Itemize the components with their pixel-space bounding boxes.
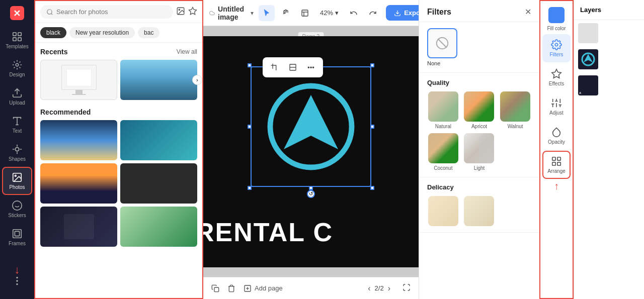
duplicate-page-button[interactable] [211,284,219,292]
filter-light[interactable]: Light [463,133,496,171]
svg-rect-16 [13,230,22,238]
tag-black[interactable]: black [40,27,66,38]
quality-title: Quality [427,79,531,86]
undo-button[interactable] [346,5,362,21]
rp-effects[interactable]: Effects [542,63,571,91]
recommended-photo-4[interactable] [120,163,197,204]
handle-br[interactable] [370,186,374,190]
sidebar-more-button[interactable] [2,267,32,295]
svg-rect-26 [302,10,308,16]
sidebar-item-design[interactable]: Design [2,54,32,82]
recent-photo-1[interactable] [40,60,117,100]
select-tool-button[interactable] [259,5,275,21]
layer-item-3[interactable]: A [574,72,644,98]
page-navigation: ‹ 2/2 › [368,284,390,293]
title-caret[interactable]: ▾ [251,10,254,17]
handle-tr[interactable] [370,63,374,67]
svg-rect-37 [214,287,219,292]
rp-adjust[interactable]: Adjust [542,92,571,121]
sidebar-item-frames[interactable]: Frames [2,223,32,251]
sidebar-bottom [2,263,32,295]
natural-label: Natural [435,124,451,129]
walnut-label: Walnut [508,124,523,129]
rotate-handle[interactable]: ↺ [307,190,315,198]
recommended-photo-2[interactable] [120,120,197,160]
recent-photo-2[interactable] [120,60,197,100]
view-all-link[interactable]: View all [177,48,197,55]
prev-page-button[interactable]: ‹ [368,284,370,293]
layer-thumb-2 [578,49,598,69]
sidebar-item-photos[interactable]: Photos [2,167,32,195]
recommended-photo-1[interactable] [40,120,117,160]
filter-none-section: None [419,22,539,73]
recommended-photo-3[interactable] [40,163,117,204]
recents-next-button[interactable]: › [192,75,202,85]
rp-opacity[interactable]: Opacity [542,122,571,150]
sidebar-item-upload[interactable]: Upload [2,82,32,111]
apricot-label: Apricot [471,124,487,129]
right-panel: Fill color Filters Effects Adjust Opacit… [539,0,574,299]
svg-point-19 [17,277,18,278]
filter-none-label: None [427,60,440,66]
trash-icon [227,284,235,292]
rp-fill-color[interactable]: Fill color [542,5,571,33]
handle-bl[interactable] [248,186,252,190]
fullscreen-button[interactable] [403,283,411,293]
magic-search-button[interactable] [188,7,197,17]
layer-item-2[interactable] [574,46,644,72]
sidebar-item-text[interactable]: Text [2,111,32,139]
hand-tool-button[interactable] [278,5,294,21]
search-input[interactable] [56,8,167,16]
crop-button[interactable] [268,60,282,74]
sidebar-item-stickers[interactable]: Stickers [2,195,32,223]
filter-delicacy-1[interactable] [427,196,459,226]
recents-grid: › [40,60,197,100]
filter-apricot[interactable]: Apricot [463,91,496,129]
layout-tool-button[interactable] [297,5,313,21]
filter-delicacy-2[interactable] [463,196,496,226]
canvas-bottom-bar: Add page ‹ 2/2 › [203,277,419,299]
layer-item-1[interactable] [574,20,644,46]
redo-button[interactable] [365,5,381,21]
export-button[interactable]: Export [386,5,419,21]
svg-line-22 [51,13,53,15]
recommended-header: Recommended [40,108,197,116]
quality-section: Quality Natural Apricot Walnut [419,73,539,177]
light-thumb [464,133,494,163]
delicacy-section: Delicacy [419,177,539,233]
svg-rect-5 [18,38,21,41]
app-logo[interactable]: ✕ [8,4,26,22]
handle-bc[interactable] [309,186,313,190]
filter-coconut[interactable]: Coconut [427,133,459,171]
handle-ml[interactable] [248,125,252,129]
tag-back[interactable]: bac [138,27,159,38]
adjust-label: Adjust [549,110,564,116]
svg-point-43 [555,43,558,46]
delete-page-button[interactable] [227,284,235,292]
add-page-button[interactable]: Add page [244,284,283,292]
search-input-wrapper[interactable] [40,5,173,19]
sidebar-item-templates[interactable]: Templates [2,26,32,54]
rp-arrange[interactable]: Arrange ↑ [542,151,571,179]
handle-tl[interactable] [248,63,252,67]
filter-none-item[interactable] [427,28,457,58]
filters-close-button[interactable]: ✕ [525,7,531,17]
flip-button[interactable] [286,60,300,74]
zoom-button[interactable]: 42% ▾ [316,7,343,19]
selected-element[interactable]: ↺ [251,66,371,187]
filter-natural[interactable]: Natural [427,91,459,129]
sidebar-item-shapes[interactable]: Shapes [2,139,32,167]
image-search-button[interactable] [176,7,185,17]
rp-filters[interactable]: Filters [542,34,571,62]
next-page-button[interactable]: › [388,284,390,293]
tag-new-year[interactable]: New year resolution [69,27,135,38]
recommended-photo-6[interactable] [120,207,197,247]
recommended-photo-5[interactable] [40,207,117,247]
recents-header: Recents View all [40,48,197,56]
handle-mr[interactable] [370,125,374,129]
more-options-button[interactable]: ••• [304,60,318,74]
canvas-container[interactable]: Page 2 ↺ [203,26,419,277]
filter-walnut[interactable]: Walnut [499,91,531,129]
svg-marker-25 [189,8,197,15]
page-count: 2/2 [375,284,384,292]
